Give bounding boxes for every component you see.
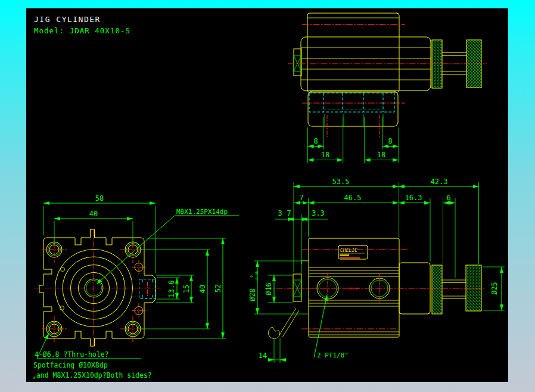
dim-3-3: 3.3	[312, 209, 325, 217]
dim-6: 6	[446, 194, 450, 202]
dim-dia25: Ø25	[490, 282, 499, 295]
dim-46-5: 46.5	[344, 194, 362, 202]
dim-13-6: 13.6	[167, 281, 176, 298]
dim-8-left: 8	[313, 137, 318, 145]
thread-leader	[97, 216, 239, 284]
sticker-text-bar-2	[340, 257, 360, 259]
dim-42-3: 42.3	[431, 178, 448, 186]
dim-8-right: 8	[388, 137, 392, 145]
hidden-slot-outline	[309, 93, 394, 112]
front-view: M8X1.25PX14dp 58 40 13.6 15 40 52 4-Ø6.8…	[32, 194, 239, 379]
note-line-1: 4-Ø6.8 ?Thru-hole?	[35, 350, 109, 359]
dim-7b: 7	[287, 209, 291, 217]
dim-18-right: 18	[377, 151, 385, 159]
hole-notes: 4-Ø6.8 ?Thru-hole? Spotfacing Ø10X8dp ,a…	[32, 333, 152, 379]
note-line-2: Spotfacing Ø10X8dp	[33, 361, 108, 369]
thread-callout: M8X1.25PX14dp	[176, 208, 228, 216]
top-view: 8 18 8 18	[288, 13, 487, 163]
port-leader	[314, 295, 327, 357]
dim-58: 58	[95, 194, 104, 203]
dim-dia28: Ø28	[248, 288, 257, 301]
knurled-collar-side	[432, 265, 442, 314]
sticker-text-bar-1	[340, 254, 349, 256]
dim-dia28-tol-lower: -0.05	[254, 271, 259, 282]
dim-3: 3	[278, 209, 282, 217]
drawing-title: JIG CYLINDER	[34, 15, 101, 24]
side-view: CHELIC JDAR 40 53.5	[248, 178, 505, 363]
dim-53-5: 53.5	[332, 178, 350, 186]
brand-label: CHELIC	[340, 248, 357, 253]
dim-40-top: 40	[89, 210, 98, 218]
drawing-canvas: JIG CYLINDER Model: JDAR 40X10-S	[26, 8, 508, 382]
top-view-dimensions: 8 18 8 18	[308, 117, 399, 163]
wrench-icon	[268, 308, 299, 338]
dim-52: 52	[214, 284, 222, 293]
dim-14: 14	[259, 351, 267, 360]
model-label: Model: JDAR 40X10-S	[34, 26, 130, 35]
cad-drawing: JIG CYLINDER Model: JDAR 40X10-S	[26, 8, 508, 382]
dim-16-3: 16.3	[405, 194, 422, 202]
dim-15: 15	[182, 285, 191, 293]
flange-plate-lower	[308, 91, 398, 126]
note-line-3: ,and M8X1.25X10dp?Both sides?	[32, 371, 152, 379]
dim-40-side: 40	[198, 285, 207, 293]
dim-7: 7	[299, 194, 303, 202]
brand-sticker: CHELIC	[338, 245, 368, 259]
port-callout: 2-PT1/8"	[317, 351, 349, 359]
dim-dia28-tol-upper: 0	[249, 275, 253, 278]
dim-18-left: 18	[321, 151, 329, 159]
title-block: JIG CYLINDER Model: JDAR 40X10-S	[34, 15, 130, 35]
dim-dia16: Ø16	[265, 282, 273, 295]
